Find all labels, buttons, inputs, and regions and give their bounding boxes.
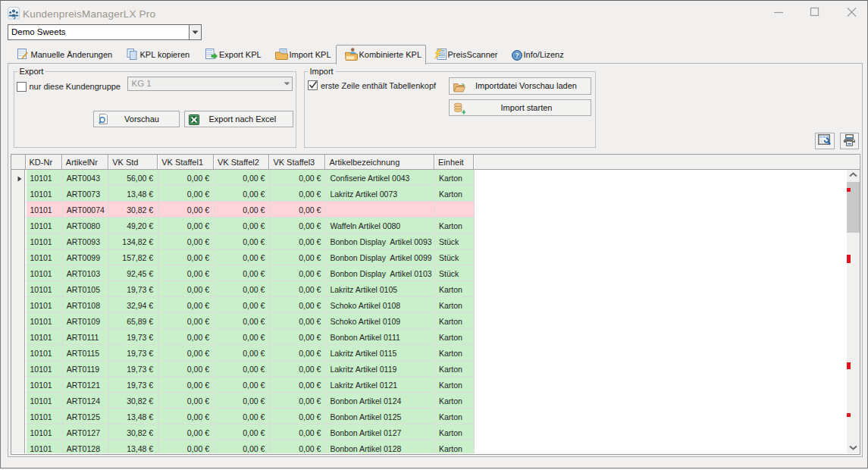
svg-text:?: ? <box>515 52 519 59</box>
